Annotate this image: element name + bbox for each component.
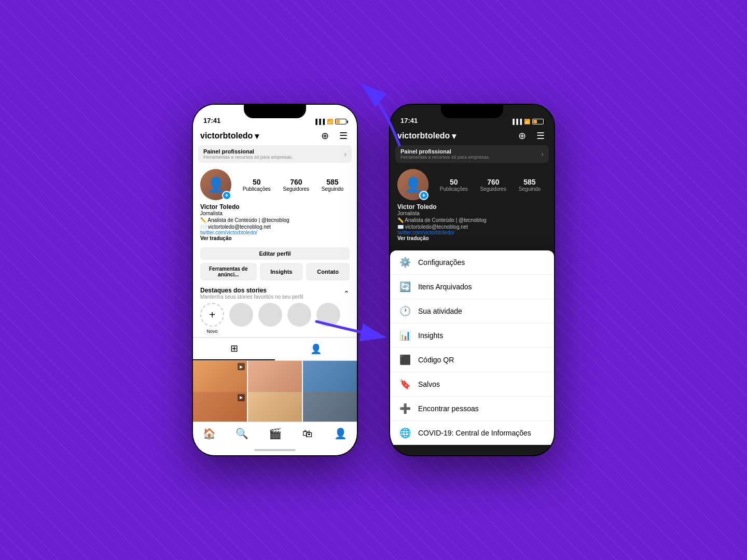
highlight-plus-icon: + — [209, 309, 215, 321]
phone-screen-2: 17:41 ▐▐▐ 📶 victorbtoledo ▾ ⊕ ☰ — [390, 105, 554, 455]
signal-icon-2: ▐▐▐ — [511, 119, 522, 124]
profile-link-2[interactable]: twitter.com/victorbtoledo/ — [397, 230, 547, 235]
wifi-icon-1: 📶 — [327, 119, 333, 124]
profile-section-2: + 50 Publicações 760 Seguidores 585 — [390, 166, 554, 244]
phone-shell-2: 17:41 ▐▐▐ 📶 victorbtoledo ▾ ⊕ ☰ — [389, 104, 555, 456]
highlights-title-1: Destaques dos stories — [200, 287, 303, 294]
highlight-new-circle: + — [200, 303, 224, 327]
home-bar-1 — [254, 449, 296, 451]
panel-sub-1: Ferramentas e recursos só para empresas. — [203, 155, 293, 160]
avatar-2[interactable]: + — [397, 169, 428, 200]
username-dropdown-arrow-1: ▾ — [255, 131, 259, 141]
highlight-4[interactable] — [316, 303, 340, 334]
panel-arrow-2: › — [541, 150, 544, 158]
grid-tab-tagged-1[interactable]: 👤 — [275, 338, 357, 360]
arquivados-label: Itens Arquivados — [418, 283, 472, 291]
menu-item-salvos[interactable]: 🔖 Salvos — [390, 372, 554, 397]
insights-icon: 📊 — [399, 330, 411, 341]
menu-item-encontrar[interactable]: ➕ Encontrar pessoas — [390, 397, 554, 421]
menu-item-atividade[interactable]: 🕐 Sua atividade — [390, 299, 554, 324]
highlight-circle-4 — [316, 303, 340, 327]
username-1[interactable]: victorbtoledo ▾ — [200, 131, 259, 141]
menu-icon-1[interactable]: ☰ — [337, 130, 350, 142]
insights-button-1[interactable]: Insights — [260, 263, 303, 281]
status-icons-2: ▐▐▐ 📶 — [511, 119, 544, 124]
menu-item-arquivados[interactable]: 🔄 Itens Arquivados — [390, 275, 554, 299]
profile-job-1: Jornalista — [200, 211, 350, 216]
highlight-new-item[interactable]: + Novo — [200, 303, 224, 334]
buttons-row-1: Editar perfil — [193, 244, 357, 263]
professional-panel-2[interactable]: Painel profissional Ferramentas e recurs… — [395, 145, 549, 163]
tab-home-1[interactable]: 🏠 — [193, 425, 226, 442]
profile-row-1: + 50 Publicações 760 Seguidores 585 — [200, 169, 350, 200]
highlight-new-label: Novo — [206, 329, 217, 334]
profile-link-1[interactable]: twitter.com/victorbtoledo/ — [200, 230, 350, 235]
header-icons-1: ⊕ ☰ — [319, 130, 350, 142]
notch-2 — [441, 104, 503, 118]
ferramentas-button-1[interactable]: Ferramentas de anúnci... — [200, 263, 257, 281]
salvos-label: Salvos — [418, 380, 440, 388]
avatar-1[interactable]: + — [200, 169, 231, 200]
stat-posts-label-2: Publicações — [440, 186, 468, 192]
tab-search-1[interactable]: 🔍 — [226, 425, 258, 442]
menu-item-insights[interactable]: 📊 Insights — [390, 324, 554, 348]
highlight-circle-2 — [258, 303, 282, 327]
ig-header-2: victorbtoledo ▾ ⊕ ☰ — [390, 128, 554, 145]
highlight-2[interactable] — [258, 303, 282, 334]
menu-item-configuracoes[interactable]: ⚙️ Configurações — [390, 250, 554, 275]
profile-translate-2[interactable]: Ver tradução — [397, 235, 547, 241]
configuracoes-icon: ⚙️ — [399, 257, 411, 268]
tab-reels-1[interactable]: 🎬 — [258, 425, 291, 442]
panel-title-2: Painel profissional — [400, 148, 490, 155]
stats-row-2: 50 Publicações 760 Seguidores 585 Seguin… — [434, 178, 547, 192]
photo-grid-1: ▶ ▶ — [193, 361, 357, 422]
grid-tab-posts-1[interactable]: ⊞ — [193, 338, 275, 360]
panel-title-1: Painel profissional — [203, 148, 293, 155]
stat-followers-2: 760 Seguidores — [480, 178, 507, 192]
professional-panel-1[interactable]: Painel profissional Ferramentas e recurs… — [198, 145, 352, 163]
stat-posts-2: 50 Publicações — [440, 178, 468, 192]
tab-profile-1[interactable]: 👤 — [324, 425, 357, 442]
contato-button-1[interactable]: Contato — [306, 263, 350, 281]
atividade-icon: 🕐 — [399, 305, 411, 317]
stat-following-1: 585 Seguindo — [322, 178, 343, 192]
profile-bio-line1-1: ✏️ Analista de Conteúdo | @tecnoblog — [200, 217, 350, 223]
menu-item-covid[interactable]: 🌐 COVID-19: Central de Informações — [390, 421, 554, 445]
highlight-1[interactable] — [229, 303, 253, 334]
qrcode-icon: ⬛ — [399, 354, 411, 366]
photo-cell-5[interactable] — [248, 392, 302, 422]
configuracoes-label: Configurações — [418, 258, 465, 267]
menu-icon-2[interactable]: ☰ — [534, 130, 547, 142]
phone-2: 17:41 ▐▐▐ 📶 victorbtoledo ▾ ⊕ ☰ — [389, 104, 555, 456]
add-post-icon-1[interactable]: ⊕ — [319, 130, 331, 142]
highlight-circle-1 — [229, 303, 253, 327]
encontrar-icon: ➕ — [399, 403, 411, 414]
header-icons-2: ⊕ ☰ — [516, 130, 547, 142]
panel-sub-2: Ferramentas e recursos só para empresas. — [400, 155, 490, 160]
status-time-1: 17:41 — [203, 117, 220, 124]
profile-translate-1[interactable]: Ver tradução — [200, 235, 350, 241]
menu-item-qrcode[interactable]: ⬛ Código QR — [390, 348, 554, 372]
avatar-plus-button-2[interactable]: + — [419, 191, 428, 200]
phone-shell-1: 17:41 ▐▐▐ 📶 victorbtoledo ▾ ⊕ ☰ — [192, 104, 358, 456]
edit-profile-button-1[interactable]: Editar perfil — [200, 247, 350, 260]
avatar-plus-button-1[interactable]: + — [222, 191, 231, 200]
tab-shop-1[interactable]: 🛍 — [292, 425, 324, 442]
photo-cell-6[interactable] — [303, 392, 357, 422]
profile-name-2: Victor Toledo — [397, 203, 547, 211]
arquivados-icon: 🔄 — [399, 281, 411, 292]
profile-name-1: Victor Toledo — [200, 203, 350, 211]
qrcode-label: Código QR — [418, 356, 454, 364]
panel-arrow-1: › — [344, 150, 347, 158]
signal-icon-1: ▐▐▐ — [314, 119, 325, 124]
photo-cell-4[interactable]: ▶ — [193, 392, 247, 422]
wifi-icon-2: 📶 — [524, 119, 530, 124]
add-post-icon-2[interactable]: ⊕ — [516, 130, 528, 142]
stat-posts-1: 50 Publicações — [243, 178, 271, 192]
username-2[interactable]: victorbtoledo ▾ — [397, 131, 456, 141]
highlights-sub-1: Mantenha seus stories favoritos no seu p… — [200, 294, 303, 300]
highlights-header-left: Destaques dos stories Mantenha seus stor… — [200, 287, 303, 300]
stat-followers-num-2: 760 — [487, 178, 499, 186]
highlight-3[interactable] — [287, 303, 311, 334]
tab-bar-1: 🏠 🔍 🎬 🛍 👤 — [193, 422, 357, 445]
